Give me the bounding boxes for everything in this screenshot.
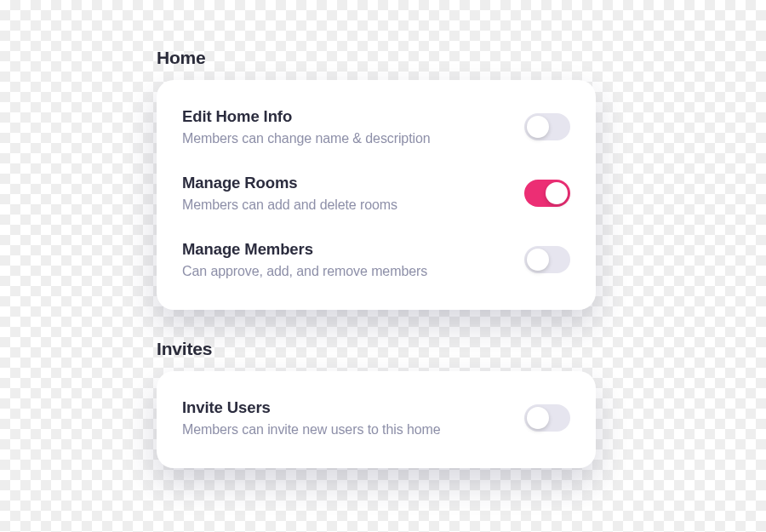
text-block: Manage Rooms Members can add and delete … xyxy=(182,174,524,213)
row-title: Manage Rooms xyxy=(182,174,507,192)
section-title-invites: Invites xyxy=(157,339,596,359)
row-invite-users: Invite Users Members can invite new user… xyxy=(182,393,570,446)
toggle-edit-home-info[interactable] xyxy=(524,113,570,140)
row-title: Manage Members xyxy=(182,240,507,259)
toggle-knob xyxy=(527,407,549,429)
toggle-knob xyxy=(546,182,568,204)
row-title: Edit Home Info xyxy=(182,107,507,126)
row-description: Members can change name & description xyxy=(182,131,507,146)
card-invites: Invite Users Members can invite new user… xyxy=(157,371,596,468)
row-manage-rooms: Manage Rooms Members can add and delete … xyxy=(182,155,570,221)
text-block: Invite Users Members can invite new user… xyxy=(182,398,524,438)
row-description: Can approve, add, and remove members xyxy=(182,264,507,279)
row-manage-members: Manage Members Can approve, add, and rem… xyxy=(182,221,570,288)
text-block: Edit Home Info Members can change name &… xyxy=(182,107,524,146)
toggle-manage-rooms[interactable] xyxy=(524,180,570,207)
toggle-knob xyxy=(527,249,549,271)
toggle-knob xyxy=(527,116,549,138)
settings-container: Home Edit Home Info Members can change n… xyxy=(0,0,596,468)
card-home: Edit Home Info Members can change name &… xyxy=(157,80,596,310)
text-block: Manage Members Can approve, add, and rem… xyxy=(182,240,524,279)
row-description: Members can add and delete rooms xyxy=(182,197,507,213)
section-title-home: Home xyxy=(157,48,596,68)
toggle-manage-members[interactable] xyxy=(524,246,570,273)
row-description: Members can invite new users to this hom… xyxy=(182,422,507,438)
toggle-invite-users[interactable] xyxy=(524,404,570,432)
row-edit-home-info: Edit Home Info Members can change name &… xyxy=(182,102,570,155)
row-title: Invite Users xyxy=(182,398,507,417)
